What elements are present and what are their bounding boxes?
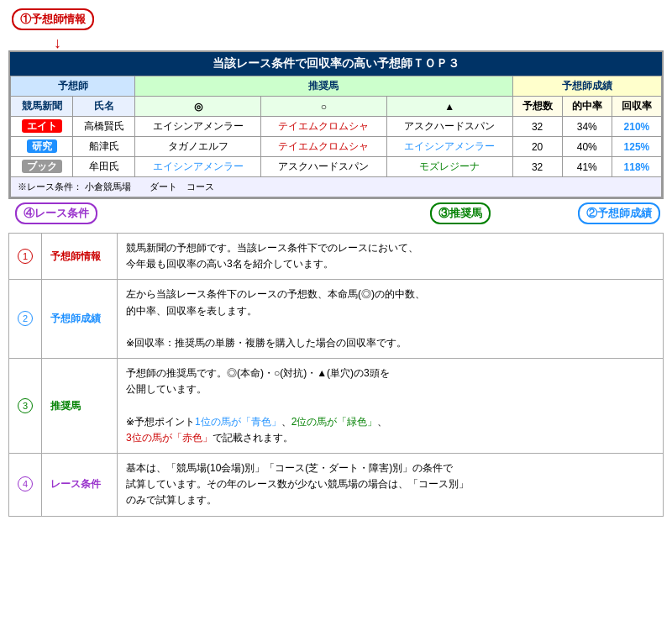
explanation-row: 4レース条件基本は、「競馬場(10会場)別」「コース(芝・ダート・障害)別」の条… (9, 454, 664, 517)
table-row: ブック牟田氏エイシンアメンラーアスクハードスパンモズレジーナ3241%118% (11, 157, 662, 177)
table-row: 研究船津氏タガノエルフテイエムクロムシャエイシンアメンラー2040%125% (11, 137, 662, 157)
tekichuu-cell: 34% (562, 117, 612, 137)
kaishuritsu-cell: 210% (612, 117, 661, 137)
subheader-shimei: 氏名 (73, 97, 135, 117)
horse3-cell: モズレジーナ (386, 157, 512, 177)
yosousu-cell: 32 (512, 117, 562, 137)
subheader-tannketsu: ▲ (386, 97, 512, 117)
main-table-container: 当該レース条件で回収率の高い予想師ＴＯＰ３ 予想師 推奨馬 予想師成績 競馬新聞… (8, 50, 664, 199)
subheader-yosousu: 予想数 (512, 97, 562, 117)
main-table-title: 当該レース条件で回収率の高い予想師ＴＯＰ３ (10, 52, 662, 76)
race-condition-row: ※レース条件： 小倉競馬場 ダート コース (11, 177, 662, 197)
exp-num-cell: 1 (9, 234, 42, 280)
horse1-cell: エイシンアメンラー (135, 117, 261, 137)
tekichuu-cell: 41% (562, 157, 612, 177)
shimei-cell: 牟田氏 (73, 157, 135, 177)
annotation-1-label: ①予想師情報 (12, 8, 94, 30)
exp-num-cell: 2 (9, 280, 42, 359)
arrow-down-1: ↓ (54, 35, 664, 50)
exp-label-cell: レース条件 (42, 454, 118, 517)
horse2-cell: テイエムクロムシャ (261, 117, 387, 137)
exp-num: 2 (18, 311, 33, 326)
horse3-cell: アスクハードスパン (386, 117, 512, 137)
table-row: エイト高橋賢氏エイシンアメンラーテイエムクロムシャアスクハードスパン3234%2… (11, 117, 662, 137)
subheader-kaishuritsu: 回収率 (612, 97, 661, 117)
horse2-cell: テイエムクロムシャ (261, 137, 387, 157)
exp-desc-cell: 競馬新聞の予想師です。当該レース条件下でのレースにおいて、今年最も回収率の高い3… (118, 234, 664, 280)
badge-cell: 研究 (11, 137, 73, 157)
exp-desc-cell: 基本は、「競馬場(10会場)別」「コース(芝・ダート・障害)別」の条件で試算して… (118, 454, 664, 517)
explanation-row: 1予想師情報競馬新聞の予想師です。当該レース条件下でのレースにおいて、今年最も回… (9, 234, 664, 280)
exp-label-cell: 予想師成績 (42, 280, 118, 359)
subheader-honmei: ◎ (135, 97, 261, 117)
badge-cell: エイト (11, 117, 73, 137)
exp-desc-cell: 予想師の推奨馬です。◎(本命)・○(対抗)・▲(単穴)の3頭を公開しています。※… (118, 359, 664, 454)
kaishuritsu-cell: 118% (612, 157, 661, 177)
yosousu-cell: 32 (512, 157, 562, 177)
subheader-taiko: ○ (261, 97, 387, 117)
explanation-table: 1予想師情報競馬新聞の予想師です。当該レース条件下でのレースにおいて、今年最も回… (8, 233, 664, 517)
subheader-tekichuu: 的中率 (562, 97, 612, 117)
exp-num: 3 (18, 398, 33, 413)
horse1-cell: エイシンアメンラー (135, 157, 261, 177)
explanation-row: 2予想師成績左から当該レース条件下のレースの予想数、本命馬(◎)の的中数、的中率… (9, 280, 664, 359)
race-condition-value: 小倉競馬場 ダート コース (85, 181, 214, 192)
explanation-row: 3推奨馬予想師の推奨馬です。◎(本命)・○(対抗)・▲(単穴)の3頭を公開してい… (9, 359, 664, 454)
exp-num-cell: 3 (9, 359, 42, 454)
exp-num-cell: 4 (9, 454, 42, 517)
horse2-cell: アスクハードスパン (261, 157, 387, 177)
exp-desc-cell: 左から当該レース条件下のレースの予想数、本命馬(◎)の的中数、的中率、回収率を表… (118, 280, 664, 359)
badge-label: 研究 (27, 139, 57, 153)
kaishuritsu-cell: 125% (612, 137, 661, 157)
badge-cell: ブック (11, 157, 73, 177)
header-yososhi: 予想師 (11, 76, 135, 97)
subheader-keibaShinbun: 競馬新聞 (11, 97, 73, 117)
badge-label: ブック (22, 160, 62, 173)
yosousu-cell: 20 (512, 137, 562, 157)
header-seiseki: 予想師成績 (512, 76, 661, 97)
horse3-cell: エイシンアメンラー (386, 137, 512, 157)
tekichuu-cell: 40% (562, 137, 612, 157)
annotation-4-label: ④レース条件 (15, 202, 97, 224)
annotation-2-label: ②予想師成績 (578, 202, 660, 224)
exp-num: 1 (18, 249, 33, 264)
top-wrapper: ①予想師情報 ↓ 当該レース条件で回収率の高い予想師ＴＯＰ３ 予想師 推奨馬 予… (8, 8, 664, 517)
annotation-3-label: ③推奨馬 (430, 202, 491, 224)
header-suishouma: 推奨馬 (135, 76, 512, 97)
exp-num: 4 (18, 476, 33, 491)
exp-label-cell: 予想師情報 (42, 234, 118, 280)
badge-label: エイト (22, 119, 62, 133)
shimei-cell: 高橋賢氏 (73, 117, 135, 137)
bottom-annotations: ④レース条件 ③推奨馬 ②予想師成績 (8, 202, 664, 228)
exp-label-cell: 推奨馬 (42, 359, 118, 454)
race-condition-label: ※レース条件： (18, 181, 82, 192)
horse1-cell: タガノエルフ (135, 137, 261, 157)
main-table: 予想師 推奨馬 予想師成績 競馬新聞 氏名 ◎ ○ ▲ 予想数 的中率 回収率 … (10, 76, 662, 197)
shimei-cell: 船津氏 (73, 137, 135, 157)
